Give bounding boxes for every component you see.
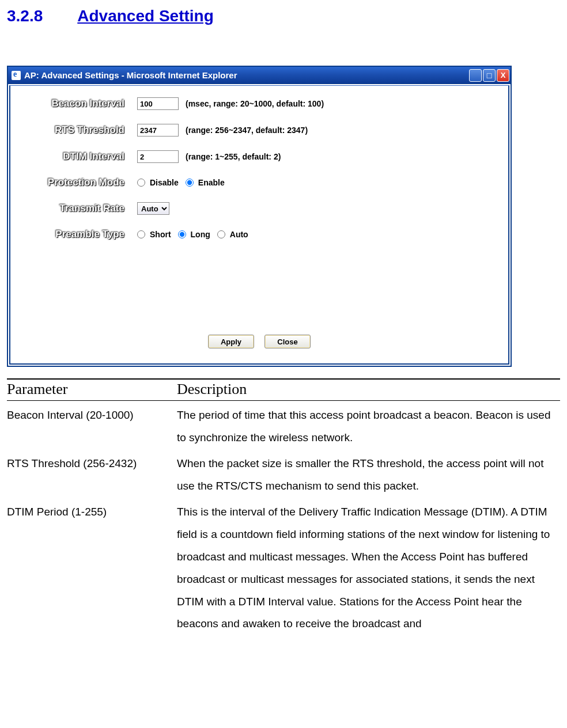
- close-button[interactable]: Close: [264, 335, 311, 348]
- preamble-short-radio[interactable]: [137, 230, 145, 238]
- window-title: AP: Advanced Settings - Microsoft Intern…: [24, 70, 237, 80]
- window-titlebar[interactable]: AP: Advanced Settings - Microsoft Intern…: [8, 67, 511, 84]
- param-name: Beacon Interval (20-1000): [7, 401, 177, 449]
- row-beacon-interval: Beacon Interval (msec, range: 20~1000, d…: [22, 97, 497, 110]
- row-preamble-type: Preamble Type Short Long Auto: [22, 229, 497, 240]
- protection-enable-radio[interactable]: [186, 179, 194, 187]
- section-heading: 3.2.8Advanced Setting: [7, 7, 560, 25]
- rts-threshold-input[interactable]: [137, 124, 179, 136]
- preamble-auto-label: Auto: [230, 230, 248, 239]
- label-beacon-interval: Beacon Interval: [22, 98, 137, 109]
- window-controls: _ □ X: [469, 69, 509, 82]
- settings-form: Beacon Interval (msec, range: 20~1000, d…: [10, 86, 508, 363]
- param-description: This is the interval of the Delivery Tra…: [177, 498, 560, 636]
- table-row: Beacon Interval (20-1000) The period of …: [7, 401, 560, 449]
- preamble-long-radio[interactable]: [178, 230, 186, 238]
- beacon-interval-input[interactable]: [137, 97, 179, 110]
- protection-enable-label: Enable: [198, 178, 225, 187]
- label-protection-mode: Protection Mode: [22, 177, 137, 188]
- window-body: Beacon Interval (msec, range: 20~1000, d…: [9, 85, 509, 365]
- rts-threshold-hint: (range: 256~2347, default: 2347): [186, 126, 308, 135]
- protection-disable-label: Disable: [150, 178, 179, 187]
- row-dtim-interval: DTIM Interval (range: 1~255, default: 2): [22, 150, 497, 163]
- param-description: When the packet size is smaller the RTS …: [177, 449, 560, 498]
- param-description: The period of time that this access poin…: [177, 401, 560, 449]
- maximize-button[interactable]: □: [483, 69, 496, 82]
- preamble-auto-radio[interactable]: [217, 230, 225, 238]
- preamble-short-label: Short: [150, 230, 171, 239]
- column-header-description: Description: [177, 379, 560, 401]
- column-header-parameter: Parameter: [7, 379, 177, 401]
- row-transmit-rate: Transmit Rate Auto: [22, 202, 497, 215]
- row-protection-mode: Protection Mode Disable Enable: [22, 177, 497, 188]
- dtim-interval-input[interactable]: [137, 150, 179, 163]
- close-window-button[interactable]: X: [497, 69, 509, 82]
- preamble-long-label: Long: [191, 230, 210, 239]
- label-transmit-rate: Transmit Rate: [22, 203, 137, 214]
- label-preamble-type: Preamble Type: [22, 229, 137, 240]
- label-rts-threshold: RTS Threshold: [22, 124, 137, 136]
- internet-explorer-icon: [12, 71, 21, 80]
- table-row: DTIM Period (1-255) This is the interval…: [7, 498, 560, 636]
- section-number: 3.2.8: [7, 7, 43, 25]
- apply-button[interactable]: Apply: [208, 335, 254, 348]
- beacon-interval-hint: (msec, range: 20~1000, default: 100): [186, 99, 324, 108]
- dtim-interval-hint: (range: 1~255, default: 2): [186, 152, 281, 161]
- param-name: RTS Threshold (256-2432): [7, 449, 177, 498]
- section-title: Advanced Setting: [77, 7, 213, 25]
- table-row: RTS Threshold (256-2432) When the packet…: [7, 449, 560, 498]
- row-rts-threshold: RTS Threshold (range: 256~2347, default:…: [22, 124, 497, 136]
- label-dtim-interval: DTIM Interval: [22, 151, 137, 162]
- transmit-rate-select[interactable]: Auto: [137, 202, 169, 215]
- minimize-button[interactable]: _: [469, 69, 482, 82]
- parameter-table: Parameter Description Beacon Interval (2…: [7, 378, 560, 635]
- browser-window: AP: Advanced Settings - Microsoft Intern…: [7, 66, 512, 367]
- button-row: Apply Close: [22, 323, 497, 358]
- protection-disable-radio[interactable]: [137, 179, 145, 187]
- param-name: DTIM Period (1-255): [7, 498, 177, 636]
